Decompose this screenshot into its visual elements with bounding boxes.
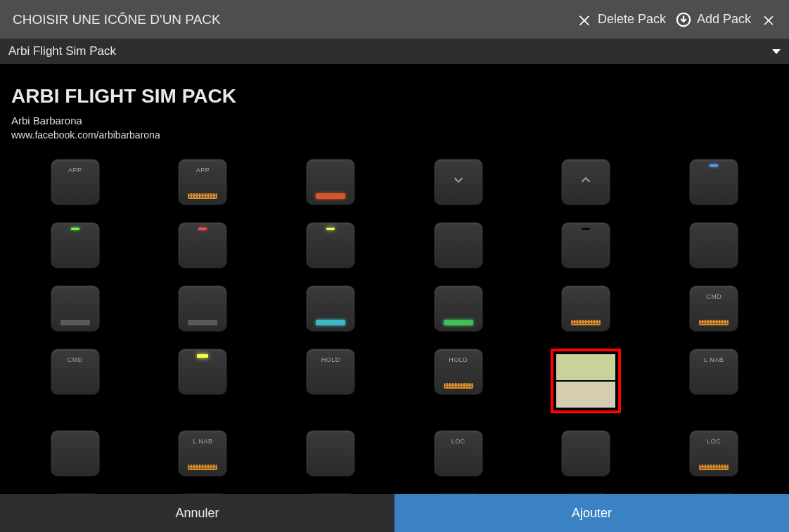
icon-label: HOLD [449, 356, 468, 363]
led-indicator [197, 354, 208, 358]
icon-cell[interactable] [306, 430, 355, 476]
header-actions: Delete Pack Add Pack [577, 12, 776, 27]
chevron-down-icon [772, 49, 781, 54]
icon-cell[interactable] [51, 430, 100, 476]
icon-cell[interactable]: APP [51, 159, 100, 205]
icon-cell-selected[interactable] [551, 349, 621, 413]
icon-cell[interactable] [306, 222, 355, 268]
led-indicator [71, 228, 79, 230]
icon-cell[interactable] [178, 349, 227, 395]
icon-cell[interactable] [306, 159, 355, 205]
delete-pack-button[interactable]: Delete Pack [577, 12, 666, 27]
dots-indicator [444, 320, 473, 325]
icon-cell[interactable] [178, 222, 227, 268]
icon-grid: APPAPPCMDCMDHOLDHOLDL NABL NABLOCLOC [11, 159, 778, 494]
header-bar: CHOISIR UNE ICÔNE D'UN PACK Delete Pack … [0, 0, 789, 39]
close-icon [577, 12, 592, 27]
dots-indicator [699, 465, 729, 470]
icon-cell[interactable]: L NAB [178, 430, 227, 476]
icon-label: HOLD [321, 356, 340, 363]
dots-indicator [316, 320, 345, 325]
dots-indicator [188, 193, 217, 199]
dots-indicator [316, 193, 345, 199]
icon-cell[interactable]: CMD [51, 349, 100, 395]
icon-cell[interactable]: HOLD [434, 349, 483, 395]
led-indicator [582, 228, 590, 230]
delete-pack-label: Delete Pack [598, 12, 666, 27]
icon-cell[interactable] [51, 285, 100, 332]
icon-label: L NAB [704, 356, 724, 363]
footer-bar: Annuler Ajouter [0, 494, 789, 532]
dots-indicator [188, 465, 217, 470]
cancel-button[interactable]: Annuler [0, 494, 394, 532]
dots-indicator [571, 320, 601, 325]
pack-selector[interactable]: Arbi Flight Sim Pack [0, 39, 789, 64]
led-indicator [710, 164, 718, 167]
pack-title: ARBI FLIGHT SIM PACK [11, 85, 778, 108]
dialog-close-button[interactable] [761, 12, 776, 27]
icon-cell[interactable]: CMD [689, 285, 738, 332]
icon-cell[interactable] [689, 159, 738, 205]
icon-cell[interactable] [434, 222, 483, 268]
icon-cell[interactable] [306, 285, 355, 332]
add-pack-button[interactable]: Add Pack [676, 12, 751, 27]
led-indicator [198, 228, 207, 230]
icon-label: CMD [706, 293, 721, 300]
chevron-down-icon [451, 172, 466, 192]
icon-cell[interactable] [434, 159, 483, 205]
icon-label: APP [68, 167, 82, 174]
icon-cell[interactable] [561, 159, 610, 205]
dots-indicator [188, 320, 217, 325]
pack-author: Arbi Barbarona [11, 115, 778, 126]
content-scroll[interactable]: ARBI FLIGHT SIM PACK Arbi Barbarona www.… [0, 64, 789, 494]
dots-indicator [699, 320, 729, 325]
icon-label: APP [196, 167, 210, 174]
icon-cell[interactable] [689, 222, 738, 268]
icon-cell[interactable]: LOC [689, 430, 738, 476]
download-icon [676, 12, 691, 27]
add-pack-label: Add Pack [697, 12, 751, 27]
icon-cell[interactable]: L NAB [689, 349, 738, 395]
led-indicator [326, 228, 335, 230]
header-title: CHOISIR UNE ICÔNE D'UN PACK [13, 12, 221, 27]
icon-cell[interactable]: HOLD [306, 349, 355, 395]
icon-cell[interactable] [434, 285, 483, 332]
icon-label: LOC [707, 438, 721, 445]
icon-cell[interactable]: APP [178, 159, 227, 205]
pack-selector-label: Arbi Flight Sim Pack [8, 44, 116, 58]
icon-cell[interactable] [561, 430, 610, 476]
pack-link: www.facebook.com/arbibarbarona [11, 129, 778, 141]
icon-label: LOC [451, 438, 466, 445]
add-button[interactable]: Ajouter [394, 494, 789, 532]
icon-cell[interactable]: LOC [434, 430, 483, 476]
dots-indicator [60, 320, 90, 325]
icon-cell[interactable] [561, 285, 610, 332]
chevron-up-icon [578, 172, 594, 192]
icon-cell[interactable] [51, 222, 100, 268]
dots-indicator [444, 383, 473, 389]
icon-cell[interactable] [178, 285, 227, 332]
icon-label: CMD [68, 356, 83, 363]
icon-label: L NAB [193, 438, 212, 445]
icon-cell[interactable] [561, 222, 610, 268]
